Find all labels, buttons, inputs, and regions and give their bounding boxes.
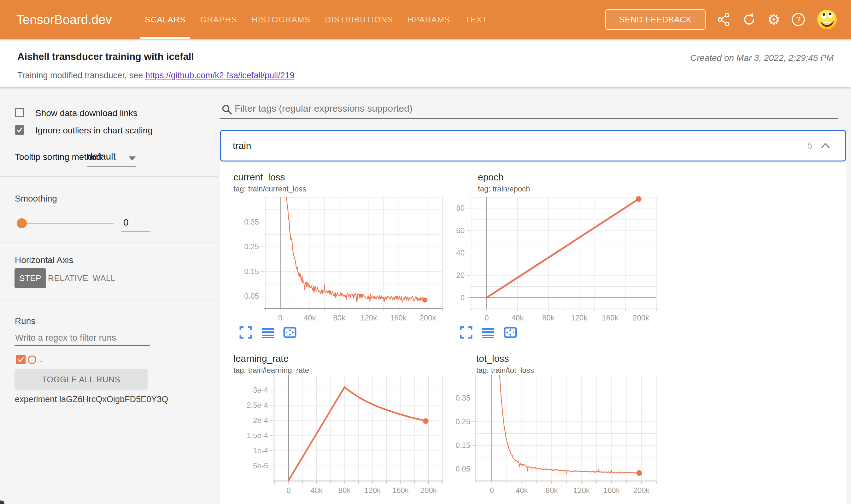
show-download-links-checkbox[interactable] [15,108,24,117]
plot-area[interactable] [470,197,656,308]
smoothing-slider-thumb[interactable] [17,218,27,228]
app-logo[interactable]: TensorBoard.dev [16,0,112,39]
chart-toolbar [459,325,518,340]
tooltip-sorting-underline [87,166,136,167]
tab-distributions[interactable]: DISTRIBUTIONS [325,0,393,39]
horizontal-axis-label: Horizontal Axis [15,255,73,265]
filter-tags-input[interactable] [234,103,707,114]
svg-text:?: ? [796,15,800,24]
expand-chart-icon[interactable] [238,325,253,340]
fit-domain-icon[interactable] [283,325,297,340]
x-axis-tick-label: 40k [304,486,329,495]
chart-card-tot-loss: tot_loss tag: train/tot_loss 0.050.150.2… [461,353,676,504]
plot-area[interactable] [273,375,442,481]
axis-wall-button[interactable]: WALL [92,268,116,288]
tag-group-name: train [233,131,251,161]
chart-title: epoch [478,172,504,183]
tab-hparams[interactable]: HPARAMS [408,0,450,39]
scalars-dashboard: train 5 current_loss tag: train/current_… [218,87,851,504]
x-axis-tick-label: 200k [415,313,440,322]
github-pull-request-link[interactable]: https://github.com/k2-fsa/icefall/pull/2… [145,71,295,80]
y-axis-tick-label: 0.15 [231,267,259,276]
y-axis-tick-label: 2.5e-4 [240,401,268,410]
log-scale-lines-icon[interactable] [260,325,275,340]
x-axis-tick-label: 80k [536,313,561,322]
tag-group-charts-panel: current_loss tag: train/current_loss 0.0… [220,162,846,504]
smoothing-value-field[interactable]: 0 [123,217,150,228]
run-visibility-checkbox[interactable] [16,355,25,364]
plot-area[interactable] [264,197,442,308]
smoothing-value-underline [122,232,150,232]
log-scale-lines-icon[interactable] [481,325,495,340]
toggle-all-runs-button[interactable]: TOGGLE ALL RUNS [15,369,148,390]
ignore-outliers-label: Ignore outliers in chart scaling [35,126,153,136]
axis-step-button[interactable]: STEP [15,268,46,288]
x-axis-tick-label: 0 [276,486,301,495]
y-axis-tick-label: 0.35 [442,394,470,402]
y-axis-tick-label: 0.25 [231,242,259,251]
y-axis-tick-label: 0.05 [231,292,259,301]
chart-tag: tag: train/tot_loss [476,366,534,375]
experiment-id-label: experiment laGZ6HrcQxOigbFD5E0Y3Q [15,395,168,404]
x-axis-tick-label: 40k [509,486,534,495]
experiment-created-timestamp: Created on Mar 3, 2022, 2:29:45 PM [690,53,834,63]
y-axis-tick-label: 5e-5 [240,462,268,470]
settings-gear-icon[interactable]: ⚙ [766,12,781,27]
smoothing-label: Smoothing [15,194,57,204]
chart-title: tot_loss [476,353,509,364]
x-axis-tick-label: 160k [386,313,411,322]
smoothing-slider-track[interactable] [22,223,113,224]
runs-section-label: Runs [15,316,35,326]
run-regex-underline [15,345,150,346]
y-axis-tick-label: 2e-4 [240,416,268,425]
x-axis-tick-label: 0 [479,486,504,495]
run-regex-filter-input[interactable] [15,332,150,343]
tooltip-sorting-select[interactable]: default [87,151,116,162]
tensorboard-app: TensorBoard.dev SCALARS GRAPHS HISTOGRAM… [0,0,851,504]
plot-area[interactable] [475,375,656,481]
check-icon [17,356,25,363]
x-axis-tick-label: 200k [416,486,441,495]
check-icon [16,126,24,134]
help-icon[interactable]: ? [791,12,805,27]
chart-tag: tag: train/current_loss [233,184,306,193]
expand-chart-icon[interactable] [459,325,473,340]
tab-text[interactable]: TEXT [465,0,487,39]
y-axis-tick-label: 1e-4 [240,446,268,455]
experiment-title: Aishell transducer training with icefall [17,51,194,62]
tab-histograms[interactable]: HISTOGRAMS [252,0,310,39]
user-avatar[interactable] [817,10,837,30]
run-color-radio-icon[interactable] [28,356,36,364]
search-icon [221,104,233,115]
dropdown-arrow-icon[interactable] [129,157,135,161]
chart-title: current_loss [233,172,285,183]
nav-tabs: SCALARS GRAPHS HISTOGRAMS DISTRIBUTIONS … [145,0,502,39]
x-axis-tick-label: 120k [356,313,381,322]
axis-relative-button[interactable]: RELATIVE [51,268,86,288]
x-axis-tick-label: 40k [505,313,530,322]
x-axis-tick-label: 160k [388,486,413,495]
experiment-description: Training modified transducer, see https:… [17,71,294,80]
tag-group-train-header[interactable]: train 5 [220,130,846,161]
tab-graphs[interactable]: GRAPHS [200,0,237,39]
send-feedback-button[interactable]: SEND FEEDBACK [605,9,706,30]
chevron-up-icon[interactable] [819,140,831,152]
description-text: Training modified transducer, see [17,71,145,80]
x-axis-tick-label: 160k [597,313,623,322]
ignore-outliers-checkbox[interactable] [15,125,24,135]
x-axis-tick-label: 40k [297,313,322,322]
x-axis-tick-label: 120k [566,313,592,322]
y-axis-tick-label: 40 [437,249,465,257]
fit-domain-icon[interactable] [503,325,518,340]
y-axis-tick-label: 20 [437,271,465,280]
refresh-icon[interactable] [742,12,756,27]
y-axis-tick-label: 3e-4 [240,386,268,395]
x-axis-tick-label: 200k [628,313,654,322]
y-axis-tick-label: 80 [437,204,465,213]
share-icon[interactable] [717,12,731,27]
y-axis-tick-label: 0 [437,293,465,302]
x-axis-tick-label: 80k [332,486,357,495]
show-download-links-label: Show data download links [35,108,138,118]
x-axis-tick-label: 200k [629,486,654,495]
tab-scalars[interactable]: SCALARS [145,0,186,39]
